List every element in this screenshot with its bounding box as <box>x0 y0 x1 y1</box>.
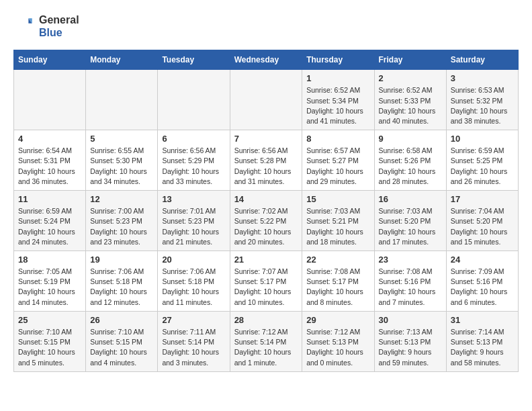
calendar-cell: 2Sunrise: 6:52 AM Sunset: 5:33 PM Daylig… <box>374 70 446 130</box>
day-info: Sunrise: 7:10 AM Sunset: 5:15 PM Dayligh… <box>18 327 81 368</box>
day-number: 20 <box>162 255 225 265</box>
calendar-cell: 10Sunrise: 6:59 AM Sunset: 5:25 PM Dayli… <box>446 130 518 191</box>
calendar-cell: 18Sunrise: 7:05 AM Sunset: 5:19 PM Dayli… <box>14 251 86 312</box>
calendar-week-row: 11Sunrise: 6:59 AM Sunset: 5:24 PM Dayli… <box>14 191 519 251</box>
calendar-cell: 13Sunrise: 7:01 AM Sunset: 5:23 PM Dayli… <box>158 191 230 251</box>
day-info: Sunrise: 6:59 AM Sunset: 5:25 PM Dayligh… <box>451 146 514 187</box>
calendar-cell: 23Sunrise: 7:08 AM Sunset: 5:16 PM Dayli… <box>374 251 446 312</box>
day-number: 7 <box>234 134 298 144</box>
calendar-cell: 12Sunrise: 7:00 AM Sunset: 5:23 PM Dayli… <box>86 191 158 251</box>
day-number: 14 <box>234 194 298 204</box>
day-number: 2 <box>379 73 442 83</box>
calendar-cell: 4Sunrise: 6:54 AM Sunset: 5:31 PM Daylig… <box>14 130 86 191</box>
day-number: 31 <box>451 315 514 325</box>
day-number: 15 <box>306 194 369 204</box>
day-info: Sunrise: 7:07 AM Sunset: 5:17 PM Dayligh… <box>234 267 298 308</box>
calendar-header-row: SundayMondayTuesdayWednesdayThursdayFrid… <box>14 50 519 70</box>
day-info: Sunrise: 6:52 AM Sunset: 5:33 PM Dayligh… <box>379 85 442 126</box>
logo-blue: Blue <box>39 26 79 39</box>
day-number: 30 <box>379 315 442 325</box>
calendar-cell: 5Sunrise: 6:55 AM Sunset: 5:30 PM Daylig… <box>86 130 158 191</box>
calendar-cell: 27Sunrise: 7:11 AM Sunset: 5:14 PM Dayli… <box>158 311 230 371</box>
day-number: 18 <box>18 255 81 265</box>
day-info: Sunrise: 7:04 AM Sunset: 5:20 PM Dayligh… <box>451 206 514 247</box>
header-tuesday: Tuesday <box>158 50 230 70</box>
day-number: 10 <box>451 134 514 144</box>
day-info: Sunrise: 6:52 AM Sunset: 5:34 PM Dayligh… <box>306 85 369 126</box>
calendar-cell <box>86 70 158 130</box>
day-number: 26 <box>90 315 153 325</box>
day-info: Sunrise: 6:56 AM Sunset: 5:28 PM Dayligh… <box>234 146 298 187</box>
day-info: Sunrise: 6:55 AM Sunset: 5:30 PM Dayligh… <box>90 146 153 187</box>
calendar-cell: 31Sunrise: 7:14 AM Sunset: 5:13 PM Dayli… <box>446 311 518 371</box>
calendar-cell: 28Sunrise: 7:12 AM Sunset: 5:14 PM Dayli… <box>230 311 302 371</box>
day-number: 6 <box>162 134 225 144</box>
day-number: 11 <box>18 194 81 204</box>
day-number: 13 <box>162 194 225 204</box>
page-header: General Blue <box>13 13 519 39</box>
day-number: 4 <box>18 134 81 144</box>
day-info: Sunrise: 7:08 AM Sunset: 5:17 PM Dayligh… <box>306 267 369 308</box>
day-number: 5 <box>90 134 153 144</box>
calendar-cell: 30Sunrise: 7:13 AM Sunset: 5:13 PM Dayli… <box>374 311 446 371</box>
logo-svg <box>13 15 35 37</box>
day-info: Sunrise: 7:06 AM Sunset: 5:18 PM Dayligh… <box>162 267 225 308</box>
day-number: 23 <box>379 255 442 265</box>
day-number: 17 <box>451 194 514 204</box>
calendar-cell: 7Sunrise: 6:56 AM Sunset: 5:28 PM Daylig… <box>230 130 302 191</box>
calendar-week-row: 4Sunrise: 6:54 AM Sunset: 5:31 PM Daylig… <box>14 130 519 191</box>
calendar-cell: 11Sunrise: 6:59 AM Sunset: 5:24 PM Dayli… <box>14 191 86 251</box>
day-number: 9 <box>379 134 442 144</box>
calendar-cell: 14Sunrise: 7:02 AM Sunset: 5:22 PM Dayli… <box>230 191 302 251</box>
day-info: Sunrise: 7:12 AM Sunset: 5:14 PM Dayligh… <box>234 327 298 368</box>
calendar-cell: 19Sunrise: 7:06 AM Sunset: 5:18 PM Dayli… <box>86 251 158 312</box>
calendar-cell: 21Sunrise: 7:07 AM Sunset: 5:17 PM Dayli… <box>230 251 302 312</box>
day-info: Sunrise: 6:57 AM Sunset: 5:27 PM Dayligh… <box>306 146 369 187</box>
calendar-cell: 15Sunrise: 7:03 AM Sunset: 5:21 PM Dayli… <box>302 191 374 251</box>
calendar-week-row: 18Sunrise: 7:05 AM Sunset: 5:19 PM Dayli… <box>14 251 519 312</box>
day-info: Sunrise: 7:03 AM Sunset: 5:20 PM Dayligh… <box>379 206 442 247</box>
day-number: 27 <box>162 315 225 325</box>
day-info: Sunrise: 7:02 AM Sunset: 5:22 PM Dayligh… <box>234 206 298 247</box>
calendar-cell: 9Sunrise: 6:58 AM Sunset: 5:26 PM Daylig… <box>374 130 446 191</box>
header-saturday: Saturday <box>446 50 518 70</box>
day-number: 8 <box>306 134 369 144</box>
day-number: 22 <box>306 255 369 265</box>
day-info: Sunrise: 7:08 AM Sunset: 5:16 PM Dayligh… <box>379 267 442 308</box>
day-number: 16 <box>379 194 442 204</box>
day-info: Sunrise: 6:53 AM Sunset: 5:32 PM Dayligh… <box>451 85 514 126</box>
calendar-cell: 1Sunrise: 6:52 AM Sunset: 5:34 PM Daylig… <box>302 70 374 130</box>
header-friday: Friday <box>374 50 446 70</box>
day-info: Sunrise: 6:58 AM Sunset: 5:26 PM Dayligh… <box>379 146 442 187</box>
calendar-cell: 6Sunrise: 6:56 AM Sunset: 5:29 PM Daylig… <box>158 130 230 191</box>
calendar-cell: 8Sunrise: 6:57 AM Sunset: 5:27 PM Daylig… <box>302 130 374 191</box>
calendar-cell <box>230 70 302 130</box>
day-info: Sunrise: 7:01 AM Sunset: 5:23 PM Dayligh… <box>162 206 225 247</box>
calendar-cell: 29Sunrise: 7:12 AM Sunset: 5:13 PM Dayli… <box>302 311 374 371</box>
day-info: Sunrise: 7:09 AM Sunset: 5:16 PM Dayligh… <box>451 267 514 308</box>
day-number: 29 <box>306 315 369 325</box>
calendar-table: SundayMondayTuesdayWednesdayThursdayFrid… <box>13 50 519 371</box>
day-info: Sunrise: 7:13 AM Sunset: 5:13 PM Dayligh… <box>379 327 442 368</box>
day-info: Sunrise: 7:03 AM Sunset: 5:21 PM Dayligh… <box>306 206 369 247</box>
header-monday: Monday <box>86 50 158 70</box>
header-wednesday: Wednesday <box>230 50 302 70</box>
calendar-cell: 24Sunrise: 7:09 AM Sunset: 5:16 PM Dayli… <box>446 251 518 312</box>
calendar-cell: 17Sunrise: 7:04 AM Sunset: 5:20 PM Dayli… <box>446 191 518 251</box>
calendar-cell: 3Sunrise: 6:53 AM Sunset: 5:32 PM Daylig… <box>446 70 518 130</box>
day-info: Sunrise: 7:00 AM Sunset: 5:23 PM Dayligh… <box>90 206 153 247</box>
calendar-cell: 20Sunrise: 7:06 AM Sunset: 5:18 PM Dayli… <box>158 251 230 312</box>
calendar-cell <box>14 70 86 130</box>
calendar-week-row: 25Sunrise: 7:10 AM Sunset: 5:15 PM Dayli… <box>14 311 519 371</box>
calendar-week-row: 1Sunrise: 6:52 AM Sunset: 5:34 PM Daylig… <box>14 70 519 130</box>
calendar-cell: 26Sunrise: 7:10 AM Sunset: 5:15 PM Dayli… <box>86 311 158 371</box>
calendar-cell <box>158 70 230 130</box>
day-number: 3 <box>451 73 514 83</box>
logo-general: General <box>39 13 79 26</box>
day-info: Sunrise: 7:11 AM Sunset: 5:14 PM Dayligh… <box>162 327 225 368</box>
calendar-cell: 16Sunrise: 7:03 AM Sunset: 5:20 PM Dayli… <box>374 191 446 251</box>
day-number: 21 <box>234 255 298 265</box>
day-number: 24 <box>451 255 514 265</box>
day-info: Sunrise: 6:54 AM Sunset: 5:31 PM Dayligh… <box>18 146 81 187</box>
logo: General Blue <box>13 13 79 39</box>
